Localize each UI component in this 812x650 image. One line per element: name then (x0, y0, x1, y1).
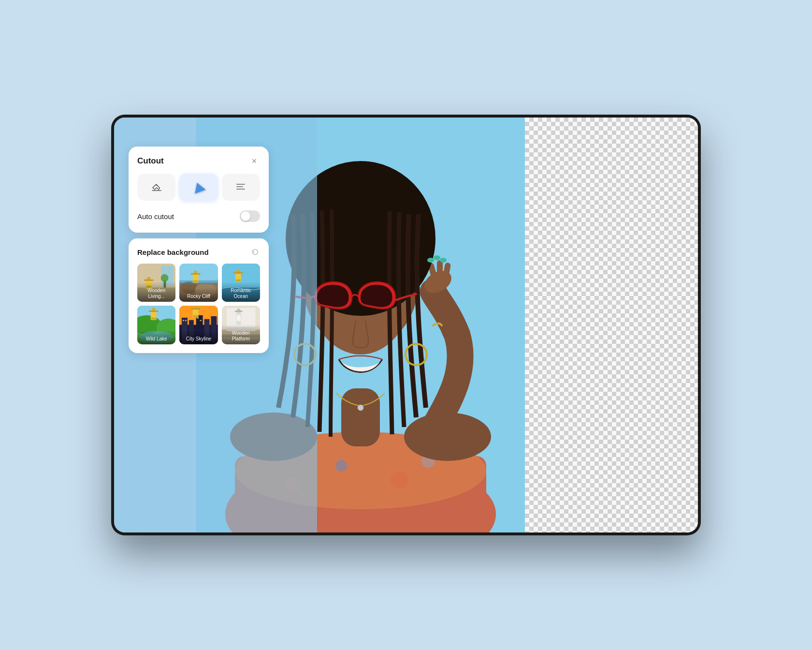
device-frame: Cutout × (111, 115, 701, 535)
svg-rect-26 (236, 186, 243, 187)
replace-bg-header: Replace background (137, 247, 260, 257)
bg-item-city-skyline[interactable]: City Skyline (179, 306, 218, 344)
bg-item-wild-lake[interactable]: Wild Lake (137, 306, 175, 344)
svg-rect-72 (197, 318, 199, 319)
bg-item-rocky-cliff[interactable]: Rocky Cliff (179, 264, 218, 302)
svg-point-6 (391, 472, 408, 489)
refresh-icon[interactable] (250, 247, 260, 257)
bg-item-wooden-living[interactable]: Wooden Living... (137, 264, 175, 302)
svg-rect-77 (193, 315, 198, 317)
svg-rect-71 (185, 320, 187, 321)
close-button[interactable]: × (248, 155, 260, 167)
svg-rect-76 (191, 308, 201, 310)
replace-bg-panel: Replace background (129, 238, 269, 353)
svg-rect-52 (235, 280, 240, 281)
svg-rect-60 (149, 310, 159, 312)
svg-rect-8 (341, 388, 380, 446)
svg-rect-35 (144, 280, 154, 281)
svg-rect-70 (183, 320, 184, 321)
background-grid: Wooden Living... (137, 264, 260, 344)
cursor-tool-button[interactable] (179, 174, 218, 201)
eraser-icon (151, 181, 162, 193)
auto-cutout-row: Auto cutout (137, 208, 260, 224)
svg-point-20 (358, 405, 363, 411)
svg-point-21 (427, 258, 434, 263)
svg-rect-27 (236, 189, 245, 190)
bg-label-rocky-cliff: Rocky Cliff (179, 288, 218, 302)
tool-row (137, 174, 260, 201)
svg-point-23 (440, 258, 447, 263)
svg-rect-73 (200, 320, 202, 321)
arrow-cursor-icon (191, 180, 205, 193)
cutout-header: Cutout × (137, 155, 260, 167)
auto-cutout-label: Auto cutout (137, 212, 174, 221)
svg-rect-44 (191, 273, 201, 275)
svg-point-32 (161, 274, 169, 282)
eraser-tool-button[interactable] (137, 174, 175, 201)
svg-rect-88 (234, 310, 242, 312)
bg-item-romantic-ocean[interactable]: Romantic Ocean (222, 264, 260, 302)
bg-label-wild-lake: Wild Lake (137, 330, 175, 344)
cutout-panel: Cutout × (129, 147, 269, 233)
bg-item-wooden-platform[interactable]: Wooden Platform (222, 306, 260, 344)
svg-rect-89 (236, 315, 240, 321)
lines-tool-button[interactable] (222, 174, 260, 201)
bg-label-wooden-living: Wooden Living... (137, 282, 175, 302)
svg-rect-25 (236, 184, 245, 185)
bg-label-city-skyline: City Skyline (179, 330, 218, 344)
device-screen: Cutout × (114, 118, 698, 532)
cutout-title: Cutout (137, 156, 164, 166)
panel-area: Cutout × (114, 118, 317, 532)
toggle-knob (241, 211, 250, 221)
svg-point-22 (434, 255, 440, 260)
svg-point-24 (156, 184, 158, 186)
svg-point-5 (335, 460, 347, 472)
svg-rect-45 (193, 281, 198, 282)
bg-label-romantic-ocean: Romantic Ocean (222, 282, 260, 302)
bg-label-wooden-platform: Wooden Platform (222, 325, 260, 344)
replace-bg-title: Replace background (137, 248, 209, 256)
auto-cutout-toggle[interactable] (240, 210, 260, 222)
main-content: Cutout × (114, 118, 698, 532)
svg-rect-61 (151, 318, 156, 320)
svg-rect-51 (233, 272, 243, 274)
lines-icon (235, 181, 246, 193)
